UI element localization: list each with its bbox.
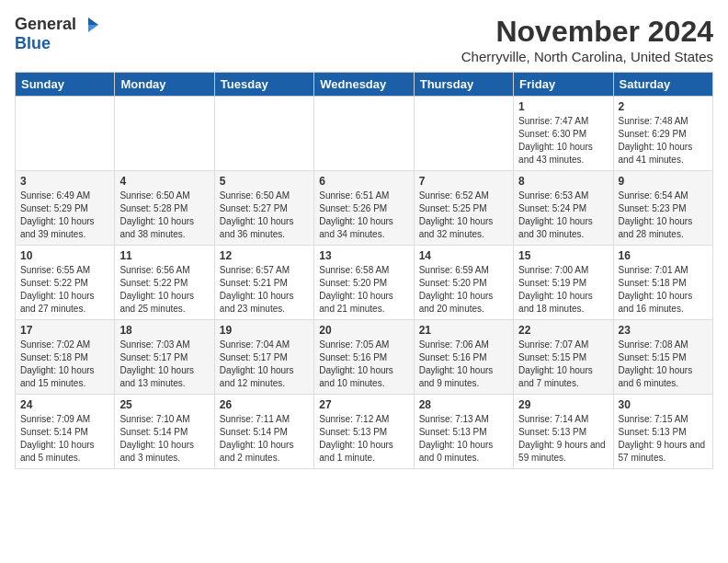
day-detail: Sunrise: 7:11 AMSunset: 5:14 PMDaylight:… — [220, 414, 294, 463]
day-number: 18 — [119, 324, 209, 337]
header: General Blue November 2024 Cherryville, … — [15, 15, 713, 64]
table-row: 14 Sunrise: 6:59 AMSunset: 5:20 PMDaylig… — [414, 246, 513, 320]
day-detail: Sunrise: 6:54 AMSunset: 5:23 PMDaylight:… — [619, 190, 693, 239]
table-row: 1 Sunrise: 7:47 AMSunset: 6:30 PMDayligh… — [514, 97, 613, 171]
col-friday: Friday — [514, 73, 613, 97]
day-number: 24 — [20, 398, 109, 411]
day-detail: Sunrise: 7:05 AMSunset: 5:16 PMDaylight:… — [319, 339, 393, 388]
day-detail: Sunrise: 7:00 AMSunset: 5:19 PMDaylight:… — [518, 265, 593, 314]
day-detail: Sunrise: 6:50 AMSunset: 5:28 PMDaylight:… — [119, 190, 194, 239]
day-number: 11 — [119, 249, 209, 262]
table-row: 18 Sunrise: 7:03 AMSunset: 5:17 PMDaylig… — [115, 320, 214, 395]
day-number: 9 — [619, 175, 708, 188]
table-row: 9 Sunrise: 6:54 AMSunset: 5:23 PMDayligh… — [613, 171, 712, 246]
day-number: 17 — [20, 324, 109, 337]
col-sunday: Sunday — [16, 73, 115, 97]
day-number: 3 — [20, 175, 109, 188]
day-number: 4 — [119, 175, 209, 188]
table-row: 2 Sunrise: 7:48 AMSunset: 6:29 PMDayligh… — [613, 97, 712, 171]
table-row — [314, 97, 414, 171]
day-number: 19 — [220, 324, 309, 337]
table-row: 5 Sunrise: 6:50 AMSunset: 5:27 PMDayligh… — [214, 171, 313, 246]
day-detail: Sunrise: 7:08 AMSunset: 5:15 PMDaylight:… — [619, 339, 693, 388]
table-row: 21 Sunrise: 7:06 AMSunset: 5:16 PMDaylig… — [414, 320, 513, 395]
day-number: 30 — [619, 398, 708, 411]
table-row: 23 Sunrise: 7:08 AMSunset: 5:15 PMDaylig… — [613, 320, 712, 395]
logo-blue-text: Blue — [15, 34, 51, 52]
day-detail: Sunrise: 6:53 AMSunset: 5:24 PMDaylight:… — [518, 190, 593, 239]
day-number: 7 — [419, 175, 508, 188]
col-tuesday: Tuesday — [214, 73, 313, 97]
day-detail: Sunrise: 7:15 AMSunset: 5:13 PMDaylight:… — [619, 414, 706, 463]
day-number: 16 — [619, 249, 708, 262]
day-number: 27 — [319, 398, 408, 411]
table-row: 28 Sunrise: 7:13 AMSunset: 5:13 PMDaylig… — [414, 395, 513, 469]
day-number: 15 — [518, 249, 608, 262]
day-detail: Sunrise: 7:14 AMSunset: 5:13 PMDaylight:… — [518, 414, 606, 463]
day-detail: Sunrise: 6:58 AMSunset: 5:20 PMDaylight:… — [319, 265, 393, 314]
logo: General Blue — [15, 15, 98, 53]
day-detail: Sunrise: 7:13 AMSunset: 5:13 PMDaylight:… — [419, 414, 494, 463]
day-detail: Sunrise: 7:01 AMSunset: 5:18 PMDaylight:… — [619, 265, 693, 314]
table-row: 22 Sunrise: 7:07 AMSunset: 5:15 PMDaylig… — [514, 320, 613, 395]
day-detail: Sunrise: 6:55 AMSunset: 5:22 PMDaylight:… — [20, 265, 95, 314]
svg-marker-1 — [88, 25, 98, 32]
day-detail: Sunrise: 7:47 AMSunset: 6:30 PMDaylight:… — [518, 116, 593, 165]
table-row: 29 Sunrise: 7:14 AMSunset: 5:13 PMDaylig… — [514, 395, 613, 469]
table-row — [16, 97, 115, 171]
day-number: 28 — [419, 398, 508, 411]
day-number: 14 — [419, 249, 508, 262]
day-detail: Sunrise: 7:04 AMSunset: 5:17 PMDaylight:… — [220, 339, 294, 388]
col-saturday: Saturday — [613, 73, 712, 97]
table-row: 16 Sunrise: 7:01 AMSunset: 5:18 PMDaylig… — [613, 246, 712, 320]
day-detail: Sunrise: 6:50 AMSunset: 5:27 PMDaylight:… — [220, 190, 294, 239]
day-number: 29 — [518, 398, 608, 411]
table-row: 25 Sunrise: 7:10 AMSunset: 5:14 PMDaylig… — [115, 395, 214, 469]
col-wednesday: Wednesday — [314, 73, 414, 97]
day-detail: Sunrise: 7:02 AMSunset: 5:18 PMDaylight:… — [20, 339, 95, 388]
table-row: 8 Sunrise: 6:53 AMSunset: 5:24 PMDayligh… — [514, 171, 613, 246]
table-row: 11 Sunrise: 6:56 AMSunset: 5:22 PMDaylig… — [115, 246, 214, 320]
table-row: 6 Sunrise: 6:51 AMSunset: 5:26 PMDayligh… — [314, 171, 414, 246]
day-number: 22 — [518, 324, 608, 337]
day-detail: Sunrise: 7:06 AMSunset: 5:16 PMDaylight:… — [419, 339, 494, 388]
day-detail: Sunrise: 6:49 AMSunset: 5:29 PMDaylight:… — [20, 190, 95, 239]
calendar-table: Sunday Monday Tuesday Wednesday Thursday… — [15, 72, 713, 469]
calendar-week-row: 24 Sunrise: 7:09 AMSunset: 5:14 PMDaylig… — [16, 395, 713, 469]
day-number: 13 — [319, 249, 408, 262]
day-number: 1 — [518, 100, 608, 113]
table-row: 12 Sunrise: 6:57 AMSunset: 5:21 PMDaylig… — [214, 246, 313, 320]
location-title: Cherryville, North Carolina, United Stat… — [461, 49, 713, 64]
table-row — [115, 97, 214, 171]
day-number: 8 — [518, 175, 608, 188]
table-row: 26 Sunrise: 7:11 AMSunset: 5:14 PMDaylig… — [214, 395, 313, 469]
table-row: 13 Sunrise: 6:58 AMSunset: 5:20 PMDaylig… — [314, 246, 414, 320]
day-detail: Sunrise: 6:57 AMSunset: 5:21 PMDaylight:… — [220, 265, 294, 314]
svg-marker-0 — [88, 17, 98, 25]
table-row: 4 Sunrise: 6:50 AMSunset: 5:28 PMDayligh… — [115, 171, 214, 246]
table-row: 30 Sunrise: 7:15 AMSunset: 5:13 PMDaylig… — [613, 395, 712, 469]
month-title: November 2024 — [461, 15, 713, 49]
day-detail: Sunrise: 6:52 AMSunset: 5:25 PMDaylight:… — [419, 190, 494, 239]
table-row: 3 Sunrise: 6:49 AMSunset: 5:29 PMDayligh… — [16, 171, 115, 246]
day-detail: Sunrise: 7:07 AMSunset: 5:15 PMDaylight:… — [518, 339, 593, 388]
day-detail: Sunrise: 7:03 AMSunset: 5:17 PMDaylight:… — [119, 339, 194, 388]
table-row: 20 Sunrise: 7:05 AMSunset: 5:16 PMDaylig… — [314, 320, 414, 395]
table-row: 10 Sunrise: 6:55 AMSunset: 5:22 PMDaylig… — [16, 246, 115, 320]
calendar-week-row: 1 Sunrise: 7:47 AMSunset: 6:30 PMDayligh… — [16, 97, 713, 171]
calendar-week-row: 17 Sunrise: 7:02 AMSunset: 5:18 PMDaylig… — [16, 320, 713, 395]
day-number: 25 — [119, 398, 209, 411]
day-detail: Sunrise: 7:48 AMSunset: 6:29 PMDaylight:… — [619, 116, 693, 165]
day-number: 20 — [319, 324, 408, 337]
day-detail: Sunrise: 6:56 AMSunset: 5:22 PMDaylight:… — [119, 265, 194, 314]
day-number: 12 — [220, 249, 309, 262]
day-detail: Sunrise: 6:59 AMSunset: 5:20 PMDaylight:… — [419, 265, 494, 314]
day-detail: Sunrise: 7:09 AMSunset: 5:14 PMDaylight:… — [20, 414, 95, 463]
day-number: 5 — [220, 175, 309, 188]
col-monday: Monday — [115, 73, 214, 97]
day-detail: Sunrise: 6:51 AMSunset: 5:26 PMDaylight:… — [319, 190, 393, 239]
logo-general-text: General — [15, 15, 76, 34]
logo-flag-icon — [78, 16, 98, 34]
table-row: 7 Sunrise: 6:52 AMSunset: 5:25 PMDayligh… — [414, 171, 513, 246]
day-number: 23 — [619, 324, 708, 337]
